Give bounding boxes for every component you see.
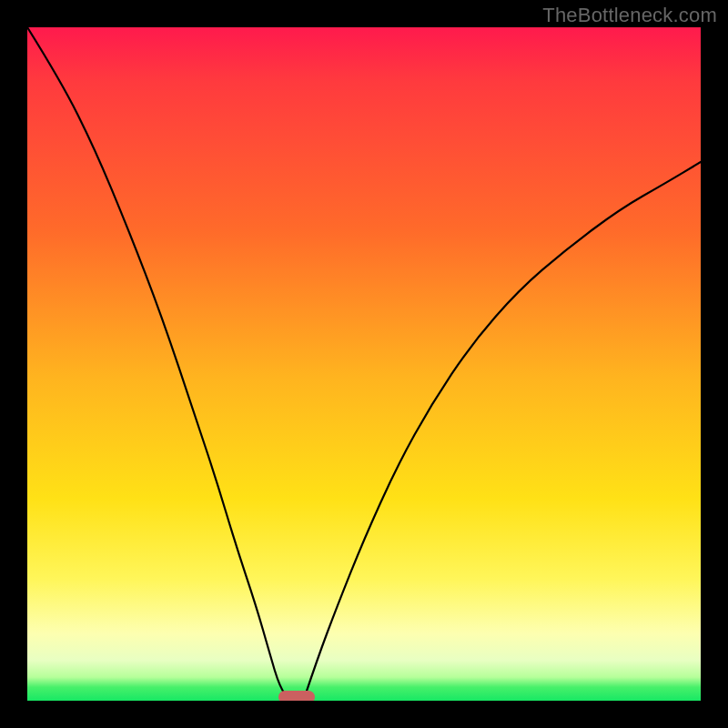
curve-svg bbox=[27, 27, 701, 701]
optimal-point-marker bbox=[278, 691, 315, 701]
watermark-text: TheBottleneck.com bbox=[542, 4, 717, 27]
chart-frame: TheBottleneck.com bbox=[0, 0, 728, 728]
bottleneck-curve bbox=[27, 27, 701, 701]
plot-area bbox=[27, 27, 701, 701]
